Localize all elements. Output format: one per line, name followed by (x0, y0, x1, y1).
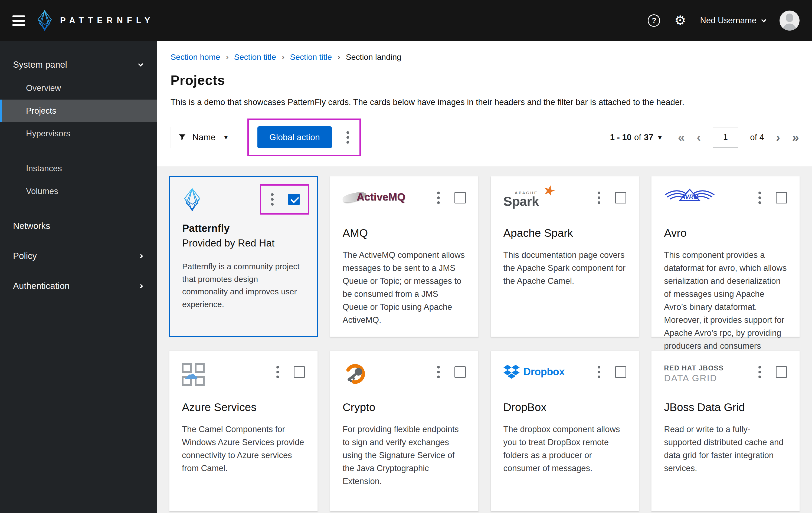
azure-services-logo: ☁ (182, 363, 206, 387)
sidebar-item-volumes[interactable]: Volumes (0, 180, 157, 203)
sidebar-item-policy[interactable]: Policy (0, 241, 157, 271)
kebab-menu-icon[interactable] (269, 191, 275, 207)
card-avro[interactable]: AVRO Avro This component provides a data… (651, 176, 800, 337)
question-circle-icon[interactable]: ? (648, 14, 660, 27)
patternfly-diamond-logo (182, 188, 202, 211)
last-page-button[interactable]: » (792, 132, 799, 143)
masthead: PATTERNFLY ? ⚙ Ned Username (0, 0, 812, 41)
sidebar-group-system-panel[interactable]: System panel (0, 53, 157, 77)
card-amq[interactable]: ActiveMQ AMQ The ActiveMQ component allo… (330, 176, 478, 337)
first-page-button[interactable]: « (678, 132, 685, 143)
sidebar-item-label: Networks (13, 221, 50, 231)
card-subtitle: Provided by Red Hat (182, 238, 305, 249)
pagination: 1 - 10 of 37 ▾ « ‹ of 4 › » (610, 127, 799, 147)
avatar-head (786, 13, 793, 22)
sidebar-item-authentication[interactable]: Authentication (0, 271, 157, 301)
breadcrumb-link-section-home[interactable]: Section home (171, 53, 220, 62)
breadcrumb-link-section-title-1[interactable]: Section title (234, 53, 276, 62)
dropbox-box-icon (503, 365, 520, 379)
breadcrumb-separator-icon: › (282, 52, 285, 62)
kebab-menu-icon[interactable] (596, 190, 602, 206)
sidebar-item-networks[interactable]: Networks (0, 211, 157, 241)
user-menu[interactable]: Ned Username (700, 16, 765, 25)
card-dropbox[interactable]: Dropbox DropBox The dropbox component al… (491, 351, 639, 511)
user-name: Ned Username (700, 16, 756, 25)
card-checkbox[interactable] (615, 366, 626, 378)
previous-page-button[interactable]: ‹ (697, 132, 701, 143)
card-grid: Patternfly Provided by Red Hat Patternfl… (157, 167, 812, 511)
card-title: Apache Spark (503, 227, 627, 239)
next-page-button[interactable]: › (776, 132, 780, 143)
filter-select-value: Name (193, 132, 215, 142)
kebab-menu-icon[interactable] (435, 364, 441, 380)
card-checkbox[interactable] (455, 192, 466, 204)
card-title: Avro (664, 227, 787, 239)
kebab-menu-icon[interactable] (757, 364, 763, 380)
caret-down-icon: ▾ (658, 134, 662, 141)
annotation-box-toolbar: Global action (248, 119, 361, 156)
breadcrumb-link-section-title-2[interactable]: Section title (290, 53, 332, 62)
gear-icon[interactable]: ⚙ (674, 14, 686, 27)
sidebar-item-label: Policy (13, 251, 37, 261)
avro-logo: AVRO (664, 188, 715, 205)
chevron-right-icon (139, 284, 143, 288)
breadcrumb-separator-icon: › (226, 52, 228, 62)
brand[interactable]: PATTERNFLY (36, 10, 154, 31)
global-action-button[interactable]: Global action (257, 126, 332, 148)
card-title: AMQ (343, 227, 466, 239)
chevron-right-icon (139, 254, 143, 258)
hamburger-menu-icon[interactable] (12, 16, 25, 26)
dropbox-logo: Dropbox (503, 362, 565, 379)
card-azure-services[interactable]: ☁ Azure Services The Camel Components fo… (169, 351, 318, 511)
kebab-menu-icon[interactable] (757, 190, 763, 206)
card-title: Crypto (343, 401, 466, 414)
card-description: The Camel Components for Windows Azure S… (182, 423, 305, 475)
sidebar-item-projects[interactable]: Projects (0, 99, 157, 122)
kebab-menu-icon[interactable] (596, 364, 602, 380)
card-checkbox[interactable] (294, 366, 305, 378)
card-description: Patternfly is a community project that p… (182, 260, 305, 311)
card-patternfly[interactable]: Patternfly Provided by Red Hat Patternfl… (169, 176, 318, 337)
nav-divider (26, 151, 142, 151)
filter-select[interactable]: Name ▾ (171, 127, 238, 148)
dropbox-logo-text: Dropbox (523, 366, 565, 378)
sidebar-item-overview[interactable]: Overview (0, 77, 157, 99)
filter-funnel-icon (178, 133, 186, 141)
card-checkbox[interactable] (776, 366, 787, 378)
sidebar-nav: System panel Overview Projects Hyperviso… (0, 41, 157, 513)
pagination-range: 1 - 10 (610, 132, 632, 142)
breadcrumb: Section home › Section title › Section t… (171, 52, 799, 62)
card-checkbox[interactable] (615, 192, 626, 204)
crypto-key-logo (343, 362, 368, 387)
card-title: Patternfly (182, 223, 305, 234)
card-checkbox-checked[interactable] (288, 194, 300, 205)
apache-spark-logo: APACHE Spark ★ (503, 188, 560, 208)
card-apache-spark[interactable]: APACHE Spark ★ Apache Spark This documen… (491, 176, 639, 337)
breadcrumb-separator-icon: › (337, 52, 340, 62)
card-checkbox[interactable] (776, 192, 787, 204)
kebab-menu-icon[interactable] (435, 190, 441, 206)
jboss-logo-line2: DATA GRID (664, 373, 724, 383)
kebab-menu-icon[interactable] (275, 364, 281, 380)
card-description: This documentation page covers the Apach… (503, 249, 627, 288)
chevron-down-icon (761, 17, 766, 22)
pagination-range-menu[interactable]: 1 - 10 of 37 ▾ (610, 132, 662, 142)
sidebar-item-hypervisors[interactable]: Hypervisors (0, 122, 157, 145)
chevron-down-icon (138, 61, 143, 66)
avatar-body (783, 24, 796, 31)
kebab-menu-icon[interactable] (345, 130, 351, 145)
jboss-logo-line1: RED HAT JBOSS (664, 364, 724, 372)
page-number-input[interactable] (713, 127, 738, 147)
card-description: Read or write to a fully-supported distr… (664, 423, 787, 475)
pagination-total: 37 (644, 132, 653, 142)
pagination-of-label: of (634, 132, 641, 142)
card-checkbox[interactable] (455, 366, 466, 378)
sidebar-item-instances[interactable]: Instances (0, 157, 157, 180)
card-jboss-data-grid[interactable]: RED HAT JBOSS DATA GRID JBoss Data Grid … (651, 351, 800, 511)
breadcrumb-current: Section landing (346, 53, 401, 62)
avatar[interactable] (780, 10, 800, 31)
card-crypto[interactable]: Crypto For providing flexible endpoints … (330, 351, 478, 511)
card-title: JBoss Data Grid (664, 401, 787, 414)
sidebar-item-label: Authentication (13, 281, 69, 291)
page-title: Projects (171, 72, 799, 88)
